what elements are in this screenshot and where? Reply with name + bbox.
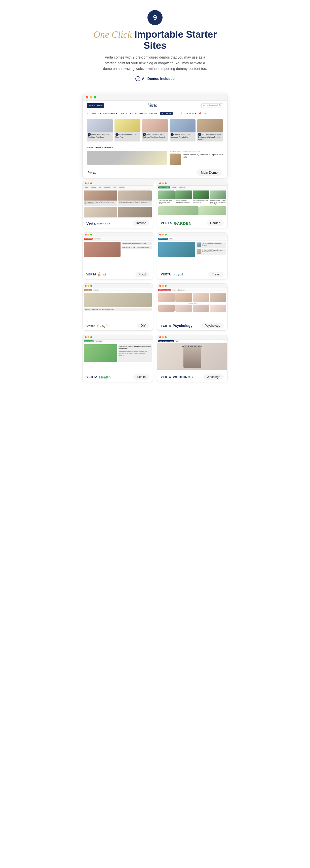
dot-green (90, 336, 92, 338)
hero-section: 9 One Click Importable Starter Sites Ver… (78, 0, 232, 89)
advertising-label: ADVERTISING FEBRUARY 11, 2021 (170, 151, 223, 153)
garden-label: Garden (206, 220, 224, 226)
preview-item: 20 Strange Organization Things They'll U… (118, 190, 152, 206)
dot-red (85, 336, 87, 338)
weddings-footer: VERTA WEDDINGS Weddings (157, 372, 227, 382)
demo-card-health: VERTAHealth Categories Successful Progra… (83, 335, 153, 382)
article-title: Actions Backed by Research to Improve Yo… (182, 154, 223, 165)
featured-article: ADVERTISING FEBRUARY 11, 2021 Actions Ba… (170, 151, 223, 165)
dot-green (165, 182, 167, 184)
dot-red (159, 182, 161, 184)
dot-yellow (88, 336, 89, 338)
demo-card-travel: VERTA travel Nav The Be More with Less G… (157, 232, 227, 279)
demo-site-header: SUBSCRIBE Verta Enter keyword 🔍 (83, 101, 227, 110)
dot-red (85, 285, 87, 287)
dot-green (90, 182, 92, 184)
health-logo: VERTA Health (86, 375, 111, 379)
crafts-logo: Verta Crafts (86, 323, 109, 329)
weddings-label: Weddings (203, 374, 224, 380)
dot-green (165, 285, 167, 287)
card-browser-bar (157, 284, 227, 288)
garden-logo: VERTA GARDEN (161, 221, 192, 225)
food-label: Food (135, 272, 149, 277)
dot-red (85, 182, 87, 184)
all-demos-badge: ✓ All Demos Included (135, 76, 175, 81)
demo-nav: ≡ DEMOS ▾ FEATURES ▾ POST ▾ CATEGORIES ▾… (83, 110, 227, 117)
food-logo: VERTA food (86, 272, 106, 277)
demo-image-1: 1How to Do a Helpful SEO Audit in a Few … (87, 119, 113, 142)
dot-yellow (88, 285, 89, 287)
demo-card-interiors: Verta Features Post Categories Shop Buy … (83, 181, 153, 228)
card-browser-bar (157, 232, 227, 237)
card-browser-bar (83, 232, 153, 237)
search-icon: 🔍 (219, 104, 221, 107)
travel-logo: VERTA travel (161, 272, 183, 277)
check-icon: ✓ (135, 76, 140, 81)
demo-image-2: 230 Ways to Waste Your Main Time (114, 119, 141, 142)
card-browser-bar (157, 335, 227, 340)
dot-yellow (88, 234, 89, 236)
dot-yellow (162, 182, 164, 184)
dot-green (90, 234, 92, 236)
demo-card-food: VERTA food Nav Items 12 Healthy Breakfas… (83, 232, 153, 279)
garden-preview: VERTA GARDEN Search Subscribe This Nativ… (157, 186, 227, 218)
hero-description: Verta comes with 9 pre-configured demos … (102, 55, 208, 71)
demo-card-weddings: VERTA WEDDINGS Nav VERTA WEDDINGS VERTA … (157, 335, 227, 382)
dot-yellow (162, 285, 164, 287)
card-browser-bar (157, 181, 227, 186)
featured-main-image (87, 151, 167, 165)
dot-red (159, 336, 161, 338)
card-browser-bar (83, 181, 153, 186)
dot-yellow (162, 234, 164, 236)
preview-item: 30 Organization Tricks to Make Your Pant… (84, 190, 117, 206)
article-thumbnail (170, 154, 181, 165)
featured-stories-section: FEATURED STORIES ADVERTISING FEBRUARY 11… (83, 144, 227, 167)
dot-red (159, 285, 161, 287)
dot-yellow (88, 182, 89, 184)
demo-image-5: 5SEO for Creatives: What Designers & Wri… (197, 119, 223, 142)
demo-featured-images: 1How to Do a Helpful SEO Audit in a Few … (83, 117, 227, 144)
weddings-logo: VERTA WEDDINGS (161, 375, 193, 379)
travel-label: Travel (208, 272, 224, 277)
crafts-label: DIY (137, 323, 149, 329)
psychology-logo: VERTA Psychology (161, 324, 193, 328)
food-footer: VERTA food Food (83, 270, 153, 279)
main-demo-label: Main Demo (197, 169, 222, 176)
psychology-preview: VERTApsychology Post Categories Trending… (157, 288, 227, 321)
demo-card-garden: VERTA GARDEN Search Subscribe This Nativ… (157, 181, 227, 228)
subscribe-button[interactable]: SUBSCRIBE (87, 103, 104, 108)
featured-row: ADVERTISING FEBRUARY 11, 2021 Actions Ba… (87, 151, 223, 165)
footer-logo: Verta (88, 170, 96, 175)
main-demo-browser: SUBSCRIBE Verta Enter keyword 🔍 ≡ DEMOS … (83, 94, 227, 179)
weddings-preview: VERTA WEDDINGS Nav VERTA WEDDINGS (157, 340, 227, 372)
card-browser-bar (83, 335, 153, 340)
crafts-preview: Verta Crafts Follow Where to Buy Brass S… (83, 288, 153, 321)
trending-label: Trending Now (158, 303, 226, 304)
demo-grid: Verta Features Post Categories Shop Buy … (78, 181, 232, 387)
browser-dot-yellow (90, 96, 92, 98)
psychology-label: Psychology (201, 323, 224, 329)
garden-footer: VERTA GARDEN Garden (157, 218, 227, 228)
demo-site-logo: Verta (148, 103, 158, 108)
dot-yellow (162, 336, 164, 338)
demo-image-3: 3How to Search Engine Optimize Your Blog… (142, 119, 168, 142)
travel-footer: VERTA travel Travel (157, 270, 227, 279)
dot-green (165, 336, 167, 338)
interiors-footer: Verta Interiors Interior (83, 218, 153, 228)
demo-card-psychology: VERTApsychology Post Categories Trending… (157, 283, 227, 331)
preview-item: Interior decor ideas for small spaces (84, 207, 117, 219)
card-browser-bar (83, 284, 153, 288)
demo-search[interactable]: Enter keyword 🔍 (201, 103, 223, 108)
interiors-logo: Verta Interiors (86, 221, 110, 225)
dot-red (85, 234, 87, 236)
food-preview: VERTA food Nav Items 12 Healthy Breakfas… (83, 237, 153, 270)
health-label: Health (133, 374, 149, 380)
health-footer: VERTA Health Health (83, 372, 153, 382)
interiors-label: Interior (133, 220, 149, 226)
health-preview: VERTAHealth Categories Successful Progra… (83, 340, 153, 372)
browser-dot-green (94, 96, 96, 98)
psychology-footer: VERTA Psychology Psychology (157, 321, 227, 331)
number-badge: 9 (147, 10, 163, 25)
preview-item: Modern minimalist design trends (118, 207, 152, 219)
interiors-preview: Verta Features Post Categories Shop Buy … (83, 186, 153, 218)
